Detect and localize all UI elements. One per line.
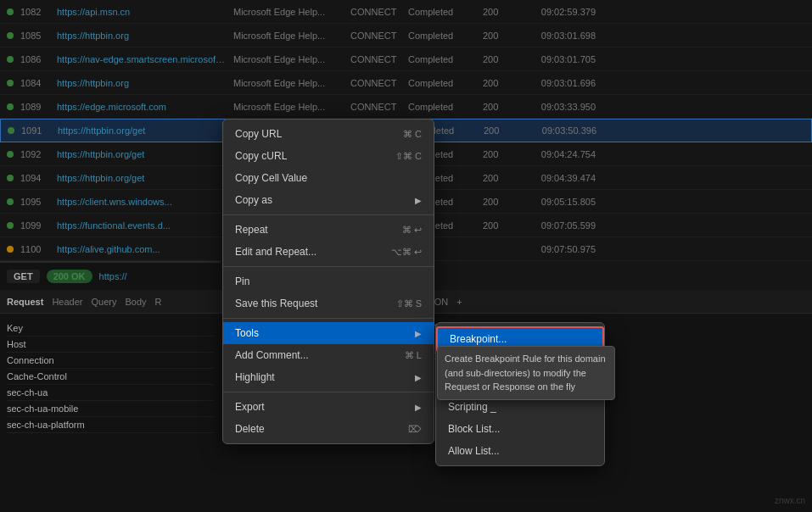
divider-2: [223, 266, 434, 267]
menu-delete-shortcut: ⌦: [408, 424, 422, 435]
menu-copy-url-label: Copy URL: [235, 128, 396, 140]
menu-save-request-label: Save this Request: [235, 298, 389, 309]
menu-copy-url-shortcut: ⌘ C: [403, 129, 422, 140]
menu-add-comment[interactable]: Add Comment... ⌘ L: [223, 344, 434, 366]
menu-repeat-shortcut: ⌘ ↩: [402, 225, 422, 236]
submenu-allowlist-label: Allow List...: [448, 445, 500, 457]
divider-4: [223, 392, 434, 392]
submenu-scripting-label: Scripting _: [448, 401, 496, 413]
menu-copy-as[interactable]: Copy as ▶: [223, 189, 434, 211]
menu-copy-curl-shortcut: ⇧⌘ C: [395, 151, 422, 162]
menu-edit-repeat-label: Edit and Repeat...: [235, 246, 384, 258]
tooltip-text: Create Breakpoint Rule for this domain (…: [445, 353, 606, 392]
submenu-blocklist-label: Block List...: [448, 423, 500, 435]
menu-export-label: Export: [235, 401, 412, 413]
menu-tools-label: Tools: [235, 327, 412, 339]
menu-add-comment-label: Add Comment...: [235, 349, 398, 361]
menu-highlight[interactable]: Highlight ▶: [223, 366, 434, 388]
menu-edit-repeat-shortcut: ⌥⌘ ↩: [391, 247, 422, 258]
menu-export[interactable]: Export ▶: [223, 396, 434, 418]
submenu-breakpoint-label: Breakpoint...: [450, 333, 507, 345]
divider-1: [223, 214, 434, 215]
menu-copy-cell[interactable]: Copy Cell Value: [223, 167, 434, 189]
menu-save-request-shortcut: ⇧⌘ S: [396, 298, 422, 309]
context-menu: Copy URL ⌘ C Copy cURL ⇧⌘ C Copy Cell Va…: [222, 119, 434, 444]
submenu-blocklist[interactable]: Block List...: [436, 418, 604, 440]
menu-copy-as-arrow: ▶: [415, 196, 422, 205]
menu-repeat-label: Repeat: [235, 224, 395, 236]
menu-highlight-arrow: ▶: [415, 373, 422, 382]
menu-delete-label: Delete: [235, 423, 401, 435]
menu-repeat[interactable]: Repeat ⌘ ↩: [223, 219, 434, 241]
menu-delete[interactable]: Delete ⌦: [223, 418, 434, 440]
menu-highlight-label: Highlight: [235, 371, 412, 383]
submenu-allowlist[interactable]: Allow List...: [436, 440, 604, 462]
menu-save-request[interactable]: Save this Request ⇧⌘ S: [223, 292, 434, 314]
menu-export-arrow: ▶: [415, 403, 422, 412]
menu-pin[interactable]: Pin: [223, 270, 434, 292]
menu-add-comment-shortcut: ⌘ L: [405, 350, 422, 361]
menu-tools[interactable]: Tools ▶ Breakpoint... Map Local... Map R…: [223, 322, 434, 344]
divider-3: [223, 318, 434, 319]
menu-tools-arrow: ▶: [415, 329, 422, 338]
menu-pin-label: Pin: [235, 275, 422, 287]
menu-copy-cell-label: Copy Cell Value: [235, 172, 422, 184]
menu-copy-as-label: Copy as: [235, 194, 412, 206]
menu-copy-url[interactable]: Copy URL ⌘ C: [223, 123, 434, 145]
menu-edit-repeat[interactable]: Edit and Repeat... ⌥⌘ ↩: [223, 241, 434, 263]
breakpoint-tooltip: Create Breakpoint Rule for this domain (…: [437, 346, 615, 400]
menu-copy-curl-label: Copy cURL: [235, 150, 389, 162]
menu-copy-curl[interactable]: Copy cURL ⇧⌘ C: [223, 145, 434, 167]
